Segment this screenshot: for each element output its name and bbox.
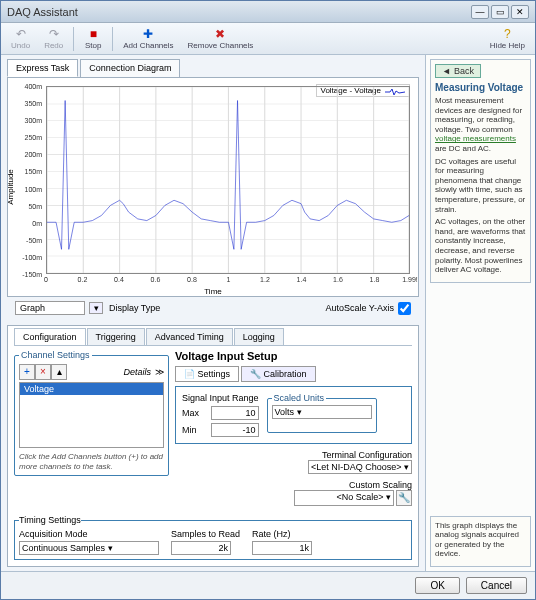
display-type-select[interactable]: Graph xyxy=(15,301,85,315)
tab-configuration[interactable]: Configuration xyxy=(14,328,86,345)
app-window: DAQ Assistant — ▭ ✕ ↶Undo ↷Redo ■Stop ✚A… xyxy=(0,0,536,600)
footer: OK Cancel xyxy=(1,571,535,599)
graph: Voltage - Voltage Amplitude 400m350m300m… xyxy=(7,77,419,297)
remove-channel-button[interactable]: × xyxy=(35,364,51,380)
stop-icon: ■ xyxy=(86,27,100,41)
autoscale-checkbox[interactable] xyxy=(398,302,411,315)
add-channels-button[interactable]: ✚Add Channels xyxy=(117,26,179,51)
arrow-left-icon: ◄ xyxy=(442,66,451,76)
terminal-config-select[interactable]: <Let NI-DAQ Choose> ▾ xyxy=(308,460,412,474)
min-input[interactable] xyxy=(211,423,259,437)
tab-advanced-timing[interactable]: Advanced Timing xyxy=(146,328,233,345)
tab-logging[interactable]: Logging xyxy=(234,328,284,345)
chevron-right-icon[interactable]: ≫ xyxy=(155,367,164,377)
channel-hint: Click the Add Channels button (+) to add… xyxy=(19,452,164,471)
subtab-calibration[interactable]: 🔧 Calibration xyxy=(241,366,316,382)
tab-triggering[interactable]: Triggering xyxy=(87,328,145,345)
close-button[interactable]: ✕ xyxy=(511,5,529,19)
help-icon: ? xyxy=(500,27,514,41)
x-icon: ✖ xyxy=(213,27,227,41)
ok-button[interactable]: OK xyxy=(415,577,459,594)
samples-to-read-input[interactable] xyxy=(171,541,231,555)
channel-settings-group: Channel Settings + × ▴ Details ≫ xyxy=(14,350,169,476)
undo-icon: ↶ xyxy=(14,27,28,41)
tab-connection-diagram[interactable]: Connection Diagram xyxy=(80,59,180,77)
window-title: DAQ Assistant xyxy=(7,6,78,18)
hide-help-button[interactable]: ?Hide Help xyxy=(484,26,531,51)
toolbar: ↶Undo ↷Redo ■Stop ✚Add Channels ✖Remove … xyxy=(1,23,535,55)
redo-icon: ↷ xyxy=(47,27,61,41)
titlebar: DAQ Assistant — ▭ ✕ xyxy=(1,1,535,23)
tab-express-task[interactable]: Express Task xyxy=(7,59,78,77)
channel-row[interactable]: Voltage xyxy=(20,383,163,395)
undo-button[interactable]: ↶Undo xyxy=(5,26,36,51)
timing-settings-group: Timing Settings Acquisition Mode Continu… xyxy=(14,515,412,560)
rate-input[interactable] xyxy=(252,541,312,555)
help-title: Measuring Voltage xyxy=(435,82,526,93)
signal-range-group: Signal Input Range Max Min Scaled Units … xyxy=(175,386,412,444)
add-channel-button[interactable]: + xyxy=(19,364,35,380)
channel-up-button[interactable]: ▴ xyxy=(51,364,67,380)
voltage-setup-title: Voltage Input Setup xyxy=(175,350,412,362)
help-pane: ◄Back Measuring Voltage Most measurement… xyxy=(425,55,535,571)
x-axis-label: Time xyxy=(204,287,221,296)
minimize-button[interactable]: — xyxy=(471,5,489,19)
acquisition-mode-select[interactable]: Continuous Samples ▾ xyxy=(19,541,159,555)
stop-button[interactable]: ■Stop xyxy=(78,26,108,51)
main-pane: Express Task Connection Diagram Voltage … xyxy=(1,55,425,571)
help-back-button[interactable]: ◄Back xyxy=(435,64,481,78)
subtab-settings[interactable]: 📄 Settings xyxy=(175,366,239,382)
maximize-button[interactable]: ▭ xyxy=(491,5,509,19)
scaled-units-select[interactable]: Volts ▾ xyxy=(272,405,372,419)
help-link[interactable]: voltage measurements xyxy=(435,134,516,143)
details-link[interactable]: Details xyxy=(71,367,151,377)
custom-scaling-select[interactable]: <No Scale> ▾ xyxy=(294,490,394,506)
help-lower-box: This graph displays the analog signals a… xyxy=(430,516,531,567)
autoscale-label: AutoScale Y-Axis xyxy=(325,303,394,313)
config-pane: Configuration Triggering Advanced Timing… xyxy=(7,325,419,567)
cancel-button[interactable]: Cancel xyxy=(466,577,527,594)
display-type-dropdown-icon[interactable]: ▾ xyxy=(89,302,103,314)
redo-button[interactable]: ↷Redo xyxy=(38,26,69,51)
display-type-label: Display Type xyxy=(109,303,160,313)
plot-area[interactable] xyxy=(46,86,410,274)
remove-channels-button[interactable]: ✖Remove Channels xyxy=(182,26,260,51)
custom-scaling-wrench-button[interactable]: 🔧 xyxy=(396,490,412,506)
plus-icon: ✚ xyxy=(141,27,155,41)
max-input[interactable] xyxy=(211,406,259,420)
channel-list[interactable]: Voltage xyxy=(19,382,164,448)
